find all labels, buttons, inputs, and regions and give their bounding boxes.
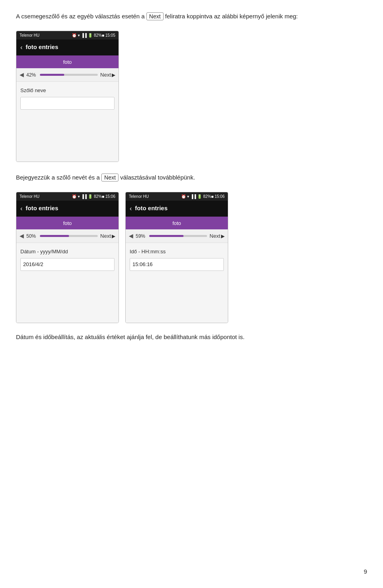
status-bar-2: Telenor HU ⏰ ▾ ▐▐ 🔋 82%■ 15:06 [16, 192, 118, 201]
screens-2-3-container: Telenor HU ⏰ ▾ ▐▐ 🔋 82%■ 15:06 ‹ foto en… [16, 192, 367, 324]
field-label-2: Dátum - yyyy/MM/dd [20, 248, 115, 256]
middle-paragraph: Bejegyezzük a szőlő nevét és a Next vála… [16, 173, 367, 182]
status-icons-2: ⏰ ▾ ▐▐ 🔋 82%■ 15:06 [72, 193, 115, 199]
progress-row-2: ◀ 50% Next ▶ [16, 229, 118, 243]
tab-label-1[interactable]: foto [63, 59, 72, 65]
status-icons-3: ⏰ ▾ ▐▐ 🔋 82%■ 15:06 [181, 193, 225, 199]
field-label-1: Szőlő neve [20, 87, 115, 95]
intro-text-after: feliratra koppintva az alábbi képernyő j… [164, 13, 298, 20]
mid-text-after: választásával továbblépünk. [118, 174, 195, 181]
phone-mock-1: Telenor HU ⏰ ▾ ▐▐ 🔋 82%■ 15:05 ‹ foto en… [16, 31, 119, 162]
header-title-1: foto entries [26, 43, 58, 52]
status-icons-1: ⏰ ▾ ▐▐ 🔋 82%■ 15:05 [72, 32, 115, 38]
progress-percent-3: 59% [136, 233, 147, 240]
field-label-3: Idő - HH:mm:ss [130, 248, 224, 256]
wifi-icon: ▾ [78, 32, 80, 38]
back-arrow-2[interactable]: ‹ [20, 204, 22, 213]
status-bar-1: Telenor HU ⏰ ▾ ▐▐ 🔋 82%■ 15:05 [16, 31, 118, 39]
progress-bar-fill-3 [149, 235, 184, 237]
clock-icon-3: ⏰ [181, 193, 186, 199]
clock-icon-2: ⏰ [72, 193, 77, 199]
back-arrow-1[interactable]: ‹ [20, 43, 22, 52]
battery-label: 🔋 82%■ 15:05 [88, 32, 115, 38]
progress-row-3: ◀ 59% Next ▶ [126, 229, 228, 243]
tab-bar-3: foto [126, 217, 228, 230]
next-arrow-1: ▶ [112, 72, 115, 78]
battery-label-3: 🔋 82%■ 15:06 [197, 193, 225, 199]
next-inline-2: Next [101, 174, 118, 182]
next-label-3: Next [209, 233, 220, 239]
content-area-1: Szőlő neve [16, 82, 118, 162]
battery-label-2: 🔋 82%■ 15:06 [88, 193, 115, 199]
signal-icon-2: ▐▐ [81, 193, 87, 199]
intro-text-before: A csemegeszőlő és az egyéb választás ese… [16, 13, 146, 20]
app-header-1: ‹ foto entries [16, 39, 118, 55]
signal-icon-3: ▐▐ [190, 193, 196, 199]
status-bar-3: Telenor HU ⏰ ▾ ▐▐ 🔋 82%■ 15:06 [126, 192, 228, 201]
bottom-paragraph: Dátum és időbeállítás, az aktuális érték… [16, 333, 367, 342]
progress-bar-bg-1 [40, 74, 98, 76]
app-header-2: ‹ foto entries [16, 201, 118, 217]
progress-bar-bg-3 [149, 235, 207, 237]
back-arrow-3[interactable]: ‹ [130, 204, 132, 213]
carrier-2: Telenor HU [20, 193, 39, 199]
tab-label-3[interactable]: foto [172, 220, 181, 226]
next-arrow-2: ▶ [112, 233, 115, 239]
content-area-3: Idő - HH:mm:ss [126, 243, 228, 323]
progress-info-1: 42% [26, 71, 98, 79]
wifi-icon-3: ▾ [187, 193, 189, 199]
next-button-3[interactable]: Next ▶ [209, 233, 225, 239]
progress-info-3: 59% [136, 233, 207, 240]
next-inline-1: Next [146, 12, 164, 20]
phone-mock-3: Telenor HU ⏰ ▾ ▐▐ 🔋 82%■ 15:06 ‹ foto en… [125, 192, 228, 324]
field-input-3[interactable] [130, 258, 224, 271]
content-area-2: Dátum - yyyy/MM/dd [16, 243, 118, 323]
progress-percent-1: 42% [26, 71, 38, 79]
prev-arrow-2[interactable]: ◀ [20, 232, 24, 240]
phone-mock-2: Telenor HU ⏰ ▾ ▐▐ 🔋 82%■ 15:06 ‹ foto en… [16, 192, 119, 324]
progress-bar-fill-2 [40, 235, 69, 237]
carrier-3: Telenor HU [129, 193, 149, 199]
next-arrow-3: ▶ [221, 233, 225, 239]
mid-text-before: Bejegyezzük a szőlő nevét és a [16, 174, 101, 181]
field-input-1[interactable] [20, 97, 115, 110]
tab-label-2[interactable]: foto [63, 220, 72, 226]
screen1-section: Telenor HU ⏰ ▾ ▐▐ 🔋 82%■ 15:05 ‹ foto en… [16, 31, 367, 162]
progress-bar-fill-1 [40, 74, 64, 76]
signal-icon: ▐▐ [81, 32, 87, 38]
next-button-1[interactable]: Next ▶ [100, 72, 115, 78]
next-label-1: Next [100, 72, 111, 78]
app-header-3: ‹ foto entries [126, 201, 228, 217]
prev-arrow-1[interactable]: ◀ [20, 71, 24, 79]
progress-info-2: 50% [26, 233, 98, 240]
intro-paragraph: A csemegeszőlő és az egyéb választás ese… [16, 12, 367, 21]
header-title-2: foto entries [26, 204, 58, 213]
tab-bar-2: foto [16, 217, 118, 230]
clock-icon: ⏰ [72, 32, 77, 38]
next-label-2: Next [100, 233, 111, 239]
prev-arrow-3[interactable]: ◀ [129, 232, 133, 240]
carrier-1: Telenor HU [20, 32, 39, 38]
progress-percent-2: 50% [26, 233, 38, 240]
header-title-3: foto entries [135, 204, 168, 213]
field-input-2[interactable] [20, 258, 115, 271]
wifi-icon-2: ▾ [78, 193, 80, 199]
next-button-2[interactable]: Next ▶ [100, 233, 115, 239]
progress-bar-bg-2 [40, 235, 98, 237]
tab-bar-1: foto [16, 55, 118, 69]
progress-row-1: ◀ 42% Next ▶ [16, 68, 118, 82]
